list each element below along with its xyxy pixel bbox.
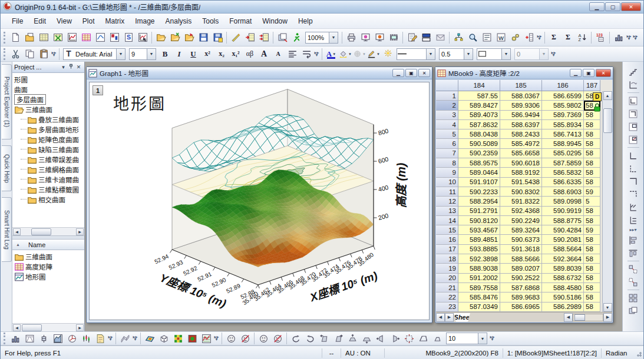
tree-folder[interactable]: 三維帶誤差曲 [12,154,84,164]
row-header-16[interactable]: 16 [436,235,458,244]
rotate-azimuth-right-button[interactable] [331,332,345,345]
scroll-down-icon[interactable]: ▼ [603,303,612,312]
matrix-vscrollbar[interactable]: ▲ ▼ [602,91,612,312]
matrix-cell[interactable]: 591.3618 [500,245,542,254]
font-combo[interactable]: TDefault: Arial▼ [63,48,126,60]
matrix-cell[interactable]: 592.3898 [458,254,500,264]
align-left-button[interactable] [626,234,640,247]
row-header-21[interactable]: 21 [436,283,458,292]
make-movie-button[interactable] [387,31,401,44]
border-combo[interactable]: ▼ [477,48,511,60]
print-button[interactable] [344,31,358,44]
3d-wireframe-button[interactable] [118,332,132,345]
glow-button[interactable] [381,47,395,61]
matrix-cell[interactable]: 587.5859 [542,158,584,168]
row-header-14[interactable]: 14 [436,216,458,225]
tree-item-clipped[interactable]: 形圖 [12,74,84,84]
matrix-cell[interactable]: 590.9919 [542,207,584,216]
matrix-cell[interactable]: 590.5089 [458,139,500,148]
row-header-22[interactable]: 22 [436,292,458,302]
font-size-combo[interactable]: 9▼ [129,48,156,60]
frequency-chart-button[interactable] [612,31,626,44]
rotate-frame-button[interactable] [626,78,640,91]
scroll-up-icon[interactable]: ▲ [603,91,612,100]
add-bottom-x-axis-button[interactable] [626,188,640,201]
tilt-down-button[interactable] [359,332,374,345]
row-header-11[interactable]: 11 [436,187,458,197]
side-tab-quick-help[interactable]: Quick Help [2,145,12,191]
rotate-cw-button[interactable] [303,332,317,345]
matrix-cell[interactable]: 586.6335 [542,178,584,187]
row-header-15[interactable]: 15 [436,225,458,235]
matrix-cell[interactable]: 587.0349 [458,303,500,312]
mail-button[interactable] [433,31,447,44]
matrix-cell[interactable]: 592.4368 [500,207,542,216]
matrix-cell[interactable]: 588.4580 [542,283,584,292]
toolbar-overflow-chevron[interactable]: ▸▸▾ [626,31,632,44]
matrix-cell[interactable]: 585.6658 [500,149,542,158]
panel-menu-icon[interactable]: ▾ [60,64,67,70]
matrix-cell[interactable]: 589.4073 [458,111,500,120]
polar-plot-button[interactable] [65,332,79,345]
matrix-cell[interactable]: 593.4567 [458,225,500,235]
graph-close-button[interactable]: ✕ [418,69,430,77]
area-plot-button[interactable] [51,332,65,345]
scroll-left-icon[interactable]: ◀ [13,228,21,235]
arrange-windows-button[interactable] [419,31,433,44]
matrix-cell[interactable]: 588.2433 [500,129,542,139]
subscript-button[interactable]: x₂ [214,47,229,61]
matrix-cell-partial[interactable]: 58 [584,168,600,177]
matrix-cell[interactable]: 589.7369 [542,111,584,120]
new-inset-data-button[interactable] [626,133,640,146]
matrix-cell[interactable]: 588.5664 [542,245,584,254]
import-multiple-ascii-button[interactable] [257,31,271,44]
row-header-13[interactable]: 13 [436,207,458,216]
box-plot-button[interactable] [37,332,51,345]
arrange-layers-button[interactable] [626,304,640,317]
toolbar-grip[interactable] [4,48,6,60]
toolbar-overflow-chevron[interactable]: ▸▸▾ [107,332,114,345]
matrix-cell-partial[interactable]: 59 [584,187,600,197]
matrix-window-titlebar[interactable]: MBook9 - 高度矩陣 :2/2 ▁ ▣ ✕ [435,67,613,79]
color-scale-button[interactable] [626,65,640,78]
resize-grip[interactable] [634,349,642,357]
special-plot-button[interactable] [22,332,37,345]
matrix-cell-partial[interactable]: 58 [584,283,600,292]
line-style-combo[interactable]: ▼ [397,48,435,60]
matrix-cell[interactable]: 590.2522 [500,274,542,283]
menu-window[interactable]: Window [257,15,293,27]
pattern-color-button[interactable]: ▼ [352,47,366,61]
matrix-cell[interactable]: 585.4972 [500,139,542,148]
menu-help[interactable]: Help [293,15,318,27]
matrix-cell-partial[interactable]: 58 [584,264,600,273]
menu-analysis[interactable]: Analysis [160,15,197,27]
mask-points-button[interactable] [256,332,270,345]
dropdown-arrow-icon[interactable]: ▼ [478,333,487,344]
bold-button[interactable]: B [158,47,172,61]
matrix-cell[interactable]: 590.5186 [542,292,584,302]
row-header-4[interactable]: 4 [436,120,458,129]
matrix-cell[interactable]: 589.9306 [500,101,542,110]
new-layout-button[interactable] [107,31,121,44]
toolbar-overflow-chevron[interactable]: ▸▸▾ [536,31,543,44]
line-width-combo[interactable]: 0.5▼ [439,48,473,60]
font-color-button[interactable]: A▼ [324,47,338,61]
matrix-cell-partial[interactable]: 58 [584,207,600,216]
align-top-button[interactable] [626,247,640,260]
matrix-cell[interactable]: 587.8632 [458,120,500,129]
add-top-x-axis-button[interactable] [626,175,640,188]
hscroll-right-icon[interactable]: ▶ [603,313,612,322]
matrix-cell[interactable]: 586.5832 [542,168,584,177]
matrix-cell-partial[interactable]: 5 [584,197,600,206]
open-folder-button[interactable] [22,31,37,44]
matrix-cell-partial[interactable]: 58 [584,216,600,225]
tree-folder[interactable]: 相交曲面 [12,194,84,204]
toolbar-overflow-chevron[interactable]: ▸▸▾ [550,48,557,61]
graph-minimize-button[interactable]: ▁ [392,69,404,77]
matrix-cell[interactable]: 590.2249 [500,216,542,225]
graph-window[interactable]: Graph1 - 地形圖 ▁ ▣ ✕ 1 35.46035.46235.4643… [86,67,432,323]
row-header-8[interactable]: 8 [436,158,458,168]
open-button[interactable] [154,31,168,44]
matrix-cell-partial[interactable]: 58 [584,274,600,283]
new-excel-button[interactable] [51,31,65,44]
